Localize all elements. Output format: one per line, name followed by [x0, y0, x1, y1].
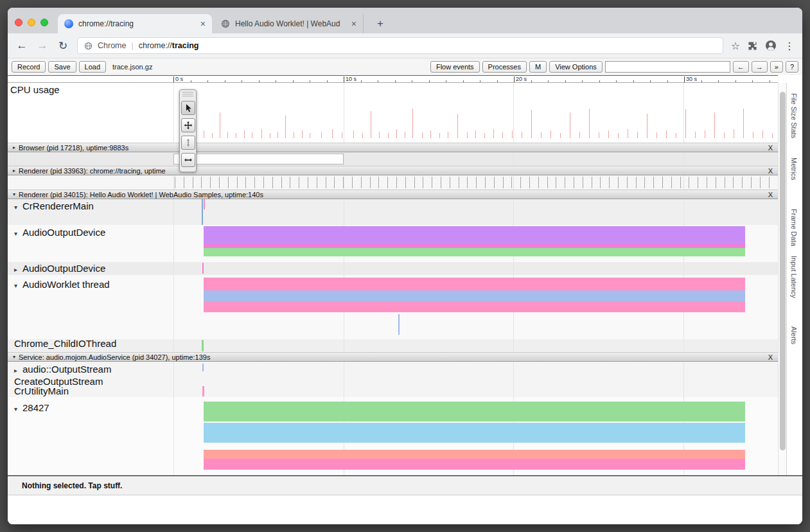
trace-slice[interactable] [204, 244, 745, 248]
reload-icon[interactable]: ↻ [57, 39, 69, 53]
expand-arrow-icon[interactable]: ▸ [14, 365, 22, 376]
cpu-spike [321, 132, 322, 138]
trace-event[interactable] [204, 199, 205, 209]
extension-puzzle-icon[interactable] [748, 41, 757, 51]
m-button[interactable]: M [529, 61, 547, 73]
thread-label[interactable]: CrUtilityMain [14, 386, 69, 396]
thread-label[interactable]: Chrome_ChildIOThread [14, 338, 116, 349]
vertical-scrollbar[interactable] [778, 83, 786, 475]
close-window-button[interactable] [15, 19, 22, 26]
pan-tool-button[interactable] [181, 118, 195, 132]
event-tick [769, 177, 770, 188]
more-button[interactable]: » [770, 61, 783, 73]
trace-event[interactable] [398, 314, 400, 335]
trace-slice[interactable] [204, 248, 745, 256]
trace-slice[interactable] [204, 459, 745, 470]
expand-arrow-icon[interactable]: ▸ [13, 145, 15, 150]
record-button[interactable]: Record [12, 61, 46, 73]
select-tool-button[interactable] [181, 101, 195, 115]
process-header[interactable]: ▾Service: audio.mojom.AudioService (pid … [8, 352, 778, 362]
event-tick [201, 177, 202, 188]
thread-label[interactable]: ▾AudioOutputDevice [14, 227, 105, 239]
bookmark-star-icon[interactable]: ☆ [731, 40, 740, 52]
ruler-tick [735, 80, 736, 82]
close-process-button[interactable]: X [768, 167, 773, 175]
tab-frame-data[interactable]: Frame Data [790, 209, 798, 246]
close-process-button[interactable]: X [768, 144, 773, 152]
close-process-button[interactable]: X [768, 191, 773, 199]
omnibox[interactable]: Chrome | chrome://tracing [77, 37, 723, 54]
thread-label-text: CrUtilityMain [14, 386, 69, 396]
expand-arrow-icon[interactable]: ▸ [13, 168, 15, 173]
expand-arrow-icon[interactable]: ▾ [14, 202, 22, 213]
timing-tool-button[interactable] [181, 153, 195, 167]
trace-slice[interactable] [204, 402, 745, 421]
ruler-tick [548, 80, 549, 82]
trace-slice[interactable] [204, 301, 745, 312]
event-tick [245, 177, 246, 188]
thread-label-text: 28427 [22, 402, 49, 413]
thread-label[interactable]: ▸audio::OutputStream CreateOutputStream [14, 364, 111, 387]
tab-alerts[interactable]: Alerts [790, 326, 798, 344]
trace-slice[interactable] [204, 290, 745, 301]
forward-icon[interactable]: → [36, 39, 49, 52]
scrollbar-thumb[interactable] [780, 92, 786, 450]
profile-avatar[interactable] [765, 40, 777, 51]
thread-label-text: AudioOutputDevice [22, 263, 105, 274]
close-process-button[interactable]: X [768, 353, 773, 361]
ruler-tick [480, 80, 480, 82]
trace-slice[interactable] [204, 278, 745, 290]
event-tick [237, 177, 238, 188]
process-header[interactable]: ▸Renderer (pid 33963): chrome://tracing,… [8, 166, 778, 175]
tab-close-icon[interactable]: × [200, 19, 206, 29]
expand-arrow-icon[interactable]: ▾ [14, 228, 22, 239]
back-icon[interactable]: ← [15, 39, 28, 52]
trace-slice[interactable] [204, 423, 745, 443]
trace-event[interactable] [202, 263, 204, 274]
minimize-window-button[interactable] [28, 19, 35, 26]
view-options-button[interactable]: View Options [549, 61, 603, 73]
trace-event[interactable] [202, 199, 203, 225]
event-tick [716, 177, 716, 188]
expand-arrow-icon[interactable]: ▾ [13, 191, 15, 197]
expand-arrow-icon[interactable]: ▾ [14, 403, 22, 414]
zoom-tool-button[interactable] [181, 136, 195, 150]
save-button[interactable]: Save [48, 61, 76, 73]
process-header[interactable]: ▸Browser (pid 17218), uptime:9883sX [8, 143, 778, 152]
zoom-window-button[interactable] [40, 19, 48, 26]
process-header[interactable]: ▾Renderer (pid 34015): Hello Audio Workl… [8, 190, 778, 199]
trace-event[interactable] [202, 364, 204, 371]
cpu-spike [676, 133, 676, 138]
cpu-spike [695, 132, 696, 138]
tab-audio-worklet[interactable]: Hello Audio Worklet! | WebAud × [215, 14, 364, 33]
palette-grip-handle[interactable] [182, 92, 193, 98]
expand-arrow-icon[interactable]: ▾ [13, 354, 15, 360]
tab-input-latency[interactable]: Input Latency [790, 256, 798, 298]
tab-tracing[interactable]: chrome://tracing × [58, 14, 212, 33]
trace-slice[interactable] [204, 226, 745, 244]
expand-arrow-icon[interactable]: ▾ [14, 280, 22, 291]
tab-close-icon[interactable]: × [351, 19, 357, 29]
help-button[interactable]: ? [786, 61, 798, 73]
thread-label[interactable]: ▸AudioOutputDevice [14, 263, 105, 275]
flow-events-button[interactable]: Flow events [430, 61, 480, 73]
menu-dots-icon[interactable]: ⋮ [784, 40, 795, 52]
trace-event[interactable] [202, 340, 204, 351]
tab-file-size-stats[interactable]: File Size Stats [790, 93, 798, 138]
thread-label[interactable]: ▾CrRendererMain [14, 200, 94, 213]
find-next-button[interactable]: → [752, 61, 768, 73]
trace-slice[interactable] [204, 450, 745, 459]
thread-label[interactable]: ▾28427 [14, 402, 49, 414]
processes-button[interactable]: Processes [482, 61, 527, 73]
trace-content[interactable]: CPU usage ▸Browser (pid 17218), uptime:9… [8, 83, 778, 475]
find-prev-button[interactable]: ← [733, 61, 749, 73]
new-tab-button[interactable]: + [371, 15, 389, 32]
expand-arrow-icon[interactable]: ▸ [14, 264, 22, 275]
ruler-tick [378, 80, 378, 82]
load-button[interactable]: Load [79, 61, 106, 73]
event-tick [742, 177, 743, 188]
tab-metrics[interactable]: Metrics [790, 157, 798, 180]
trace-event[interactable] [202, 386, 204, 396]
thread-label[interactable]: ▾AudioWorklet thread [14, 279, 110, 291]
search-input[interactable] [605, 61, 730, 73]
